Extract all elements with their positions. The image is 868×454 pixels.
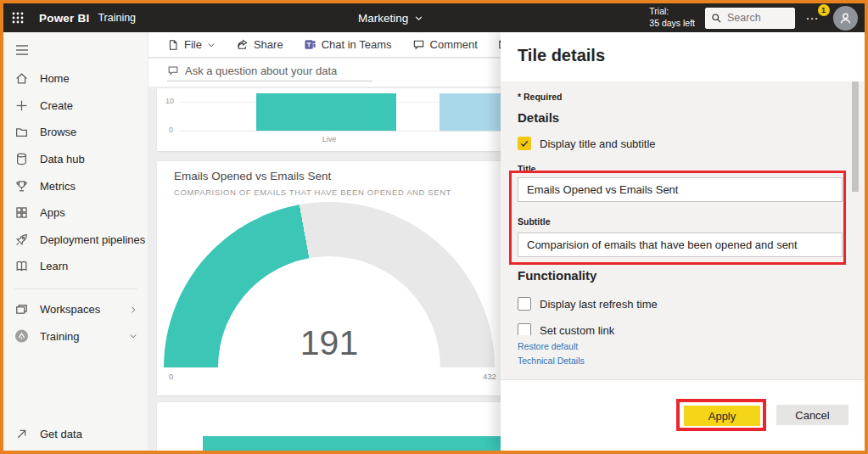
comment-button[interactable]: Comment xyxy=(412,38,478,51)
sidebar-item-deployment-pipelines[interactable]: Deployment pipelines xyxy=(3,227,148,254)
restore-default-link[interactable]: Restore default xyxy=(518,341,578,351)
functionality-heading: Functionality xyxy=(518,268,596,283)
panel-footer: Apply Cancel xyxy=(501,379,865,451)
checkbox-label: Set custom link xyxy=(540,324,614,336)
file-menu-label: File xyxy=(184,38,202,51)
panel-scrollbar[interactable] xyxy=(852,81,859,192)
checkbox-label: Display title and subtitle xyxy=(540,137,656,150)
gauge-chart: 191 xyxy=(164,202,495,368)
sidebar-divider xyxy=(14,289,137,289)
plus-icon xyxy=(14,98,29,113)
sidebar-item-metrics[interactable]: Metrics xyxy=(3,172,148,199)
sidebar-item-label: Deployment pipelines xyxy=(40,233,145,246)
y-axis-tick: 0 xyxy=(169,126,173,134)
sidebar-item-label: Home xyxy=(40,72,70,85)
custom-link-checkbox-row[interactable]: Set custom link xyxy=(518,323,614,335)
home-icon xyxy=(14,71,29,86)
sidebar-item-label: Data hub xyxy=(40,153,85,165)
breadcrumb: Marketing xyxy=(358,12,408,25)
share-button[interactable]: Share xyxy=(236,38,283,51)
gauge-min-label: 0 xyxy=(169,372,173,381)
search-icon xyxy=(711,13,722,24)
notification-badge: 1 xyxy=(818,4,830,16)
checkbox-unchecked-icon[interactable] xyxy=(518,297,531,311)
chevron-down-icon xyxy=(129,332,137,340)
checkbox-unchecked-icon[interactable] xyxy=(518,323,531,335)
share-icon xyxy=(236,38,249,51)
subtitle-input[interactable] xyxy=(518,233,843,257)
folder-icon xyxy=(14,125,29,139)
checkbox-checked-icon[interactable] xyxy=(518,137,531,150)
trophy-icon xyxy=(14,179,29,193)
details-heading: Details xyxy=(518,110,559,125)
gauge-title: Emails Opened vs Emails Sent xyxy=(174,170,331,182)
chat-in-teams-button[interactable]: Chat in Teams xyxy=(304,38,392,51)
gauge-subtitle: COMPARISION OF EMAILS THAT HAVE BEEN OPE… xyxy=(174,188,451,197)
sidebar-item-label: Get data xyxy=(40,428,82,440)
hamburger-icon[interactable] xyxy=(3,37,148,63)
sidebar-item-label: Workspaces xyxy=(40,303,100,316)
rocket-icon xyxy=(14,233,29,247)
qna-bubble-icon xyxy=(167,64,179,76)
sidebar-item-create[interactable]: Create xyxy=(3,92,148,120)
qna-placeholder: Ask a question about your data xyxy=(185,64,337,77)
sidebar-item-label: Apps xyxy=(40,206,65,219)
sidebar-item-label: Learn xyxy=(40,260,68,272)
waffle-menu-icon[interactable] xyxy=(3,3,32,32)
title-input[interactable] xyxy=(518,177,843,202)
trial-status: Trial: 35 days left xyxy=(649,6,695,29)
cancel-button[interactable]: Cancel xyxy=(776,405,848,425)
app-frame: Power BI Training Marketing Trial: 35 da… xyxy=(0,0,868,454)
sidebar-item-browse[interactable]: Browse xyxy=(3,119,148,146)
sidebar-item-get-data[interactable]: Get data xyxy=(3,420,148,447)
database-icon xyxy=(14,152,29,166)
book-icon xyxy=(14,259,29,273)
gauge-value: 191 xyxy=(164,323,495,363)
chevron-down-icon xyxy=(414,14,423,23)
x-axis-label: Live xyxy=(293,135,366,143)
sidebar-item-apps[interactable]: Apps xyxy=(3,199,148,227)
sidebar-item-data-hub[interactable]: Data hub xyxy=(3,146,148,173)
top-navbar: Power BI Training Marketing Trial: 35 da… xyxy=(3,3,865,32)
file-menu[interactable]: File xyxy=(167,38,216,51)
file-icon xyxy=(167,39,179,51)
refresh-time-checkbox-row[interactable]: Display last refresh time xyxy=(518,297,658,311)
apply-button[interactable]: Apply xyxy=(684,406,760,426)
workspaces-icon xyxy=(14,302,29,317)
apps-grid-icon xyxy=(14,205,29,220)
sidebar-item-label: Metrics xyxy=(40,180,76,193)
teams-icon xyxy=(304,38,316,51)
external-arrow-icon xyxy=(14,427,29,441)
avatar[interactable] xyxy=(833,6,858,31)
left-sidebar: Home Create Browse Data hub Metrics Apps xyxy=(3,32,148,451)
required-note: * Required xyxy=(518,92,563,102)
title-field-label: Title xyxy=(518,164,535,174)
display-title-checkbox-row[interactable]: Display title and subtitle xyxy=(518,137,656,150)
more-options-button[interactable]: … 1 xyxy=(805,8,823,28)
comment-label: Comment xyxy=(430,38,478,51)
search-box[interactable] xyxy=(705,8,795,29)
subtitle-field-label: Subtitle xyxy=(518,216,551,227)
training-workspace-icon xyxy=(14,329,29,344)
sidebar-item-workspaces[interactable]: Workspaces xyxy=(3,296,148,323)
chevron-right-icon xyxy=(129,305,137,314)
bar-segment-teal xyxy=(256,93,396,131)
search-input[interactable] xyxy=(727,12,787,24)
y-axis-tick: 10 xyxy=(165,97,174,105)
app-title: Power BI xyxy=(39,12,89,25)
sidebar-item-training-workspace[interactable]: Training xyxy=(3,322,148,350)
comment-icon xyxy=(412,38,425,51)
sidebar-item-label: Training xyxy=(40,330,79,343)
panel-scroll-area: * Required Details Display title and sub… xyxy=(501,81,865,335)
workspace-name: Training xyxy=(98,12,136,24)
tile-details-panel: Tile details * Required Details Display … xyxy=(501,32,865,451)
sidebar-item-learn[interactable]: Learn xyxy=(3,253,148,280)
gauge-max-label: 432 xyxy=(483,372,496,381)
technical-details-link[interactable]: Technical Details xyxy=(518,356,585,366)
share-label: Share xyxy=(254,38,283,51)
breadcrumb-dropdown[interactable]: Marketing xyxy=(358,3,423,32)
checkbox-label: Display last refresh time xyxy=(540,298,658,311)
panel-title: Tile details xyxy=(518,46,605,65)
panel-body: * Required Details Display title and sub… xyxy=(501,81,865,379)
sidebar-item-home[interactable]: Home xyxy=(3,65,148,92)
